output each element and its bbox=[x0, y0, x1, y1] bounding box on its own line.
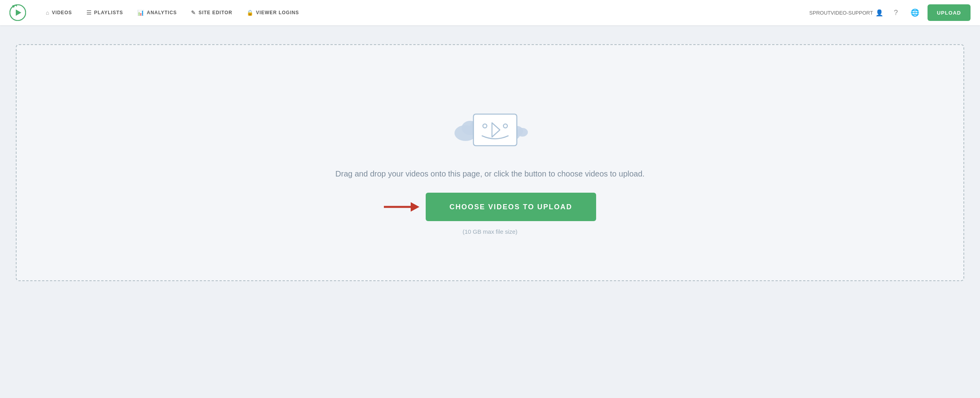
upload-button[interactable]: UPLOAD bbox=[928, 4, 971, 21]
nav-label-playlists: PLAYLISTS bbox=[94, 10, 123, 15]
upload-illustration bbox=[447, 90, 533, 155]
nav-item-site-editor[interactable]: ✎ SITE EDITOR bbox=[184, 0, 239, 25]
nav-label-analytics: ANALYTICS bbox=[147, 10, 177, 15]
button-row: CHOOSE VIDEOS TO UPLOAD bbox=[384, 193, 596, 221]
nav-item-viewer-logins[interactable]: 🔒 VIEWER LOGINS bbox=[239, 0, 306, 25]
pencil-icon: ✎ bbox=[191, 9, 196, 16]
user-icon: 👤 bbox=[875, 9, 883, 17]
nav-label-site-editor: SITE EDITOR bbox=[198, 10, 232, 15]
max-size-text: (10 GB max file size) bbox=[462, 228, 517, 235]
lock-icon: 🔒 bbox=[247, 9, 254, 16]
drag-drop-text: Drag and drop your videos onto this page… bbox=[335, 169, 645, 178]
svg-point-1 bbox=[12, 5, 15, 8]
svg-marker-13 bbox=[411, 202, 419, 212]
home-icon: ⌂ bbox=[46, 9, 49, 16]
svg-rect-8 bbox=[473, 114, 517, 146]
choose-videos-button[interactable]: CHOOSE VIDEOS TO UPLOAD bbox=[426, 193, 596, 221]
globe-button[interactable]: 🌐 bbox=[909, 6, 921, 19]
username-text: SPROUTVIDEO-SUPPORT bbox=[809, 10, 873, 16]
help-button[interactable]: ? bbox=[890, 6, 902, 19]
nav-menu: ⌂ VIDEOS ☰ PLAYLISTS 📊 ANALYTICS ✎ SITE … bbox=[39, 0, 809, 25]
upload-button-label: UPLOAD bbox=[937, 10, 961, 16]
nav-item-playlists[interactable]: ☰ PLAYLISTS bbox=[79, 0, 131, 25]
nav-label-viewer-logins: VIEWER LOGINS bbox=[256, 10, 299, 15]
choose-videos-label: CHOOSE VIDEOS TO UPLOAD bbox=[449, 203, 572, 211]
drop-zone[interactable]: Drag and drop your videos onto this page… bbox=[16, 44, 964, 281]
username-display: SPROUTVIDEO-SUPPORT 👤 bbox=[809, 9, 883, 17]
main-content: Drag and drop your videos onto this page… bbox=[0, 25, 980, 300]
nav-item-analytics[interactable]: 📊 ANALYTICS bbox=[130, 0, 184, 25]
nav-label-videos: VIDEOS bbox=[52, 10, 72, 15]
nav-item-videos[interactable]: ⌂ VIDEOS bbox=[39, 0, 79, 25]
bar-chart-icon: 📊 bbox=[137, 9, 144, 16]
list-icon: ☰ bbox=[86, 9, 92, 16]
logo[interactable] bbox=[9, 4, 26, 21]
arrow-icon bbox=[384, 199, 419, 215]
navbar-right: SPROUTVIDEO-SUPPORT 👤 ? 🌐 UPLOAD bbox=[809, 4, 971, 21]
svg-point-7 bbox=[517, 128, 528, 137]
navbar: ⌂ VIDEOS ☰ PLAYLISTS 📊 ANALYTICS ✎ SITE … bbox=[0, 0, 980, 25]
